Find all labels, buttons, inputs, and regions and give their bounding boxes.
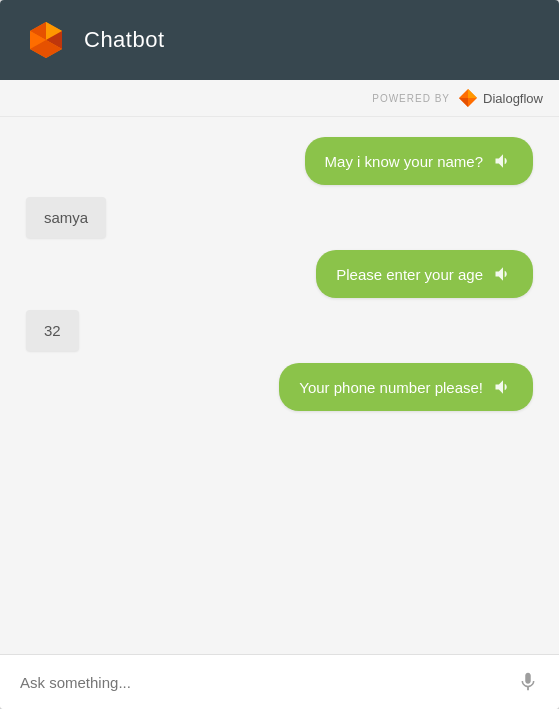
chat-container: Chatbot POWERED BY Dialogflow May i know… [0,0,559,709]
speaker-icon[interactable] [493,151,513,171]
dialogflow-brand: Dialogflow [483,91,543,106]
user-message: samya [16,197,543,238]
bot-bubble: Please enter your age [316,250,533,298]
user-bubble: 32 [26,310,79,351]
chat-header: Chatbot [0,0,559,80]
input-area [0,654,559,709]
speaker-icon[interactable] [493,377,513,397]
bot-message-text: May i know your name? [325,153,483,170]
user-message-text: 32 [44,322,61,339]
svg-marker-7 [468,89,477,98]
user-message: 32 [16,310,543,351]
svg-marker-8 [459,98,468,107]
header-title: Chatbot [84,27,165,53]
speaker-icon[interactable] [493,264,513,284]
dialogflow-logo: Dialogflow [458,88,543,108]
messages-area[interactable]: May i know your name? samya Please enter… [0,117,559,654]
bot-message-text: Your phone number please! [299,379,483,396]
bot-message: Please enter your age [16,250,543,298]
bot-message: May i know your name? [16,137,543,185]
bot-message: Your phone number please! [16,363,543,411]
bot-message-text: Please enter your age [336,266,483,283]
user-message-text: samya [44,209,88,226]
powered-by-bar: POWERED BY Dialogflow [0,80,559,117]
bot-bubble: Your phone number please! [279,363,533,411]
chat-input[interactable] [20,674,517,691]
chatbot-logo-icon [24,18,68,62]
dialogflow-icon [458,88,478,108]
user-bubble: samya [26,197,106,238]
bot-bubble: May i know your name? [305,137,533,185]
powered-by-label: POWERED BY [372,93,450,104]
mic-icon[interactable] [517,671,539,693]
